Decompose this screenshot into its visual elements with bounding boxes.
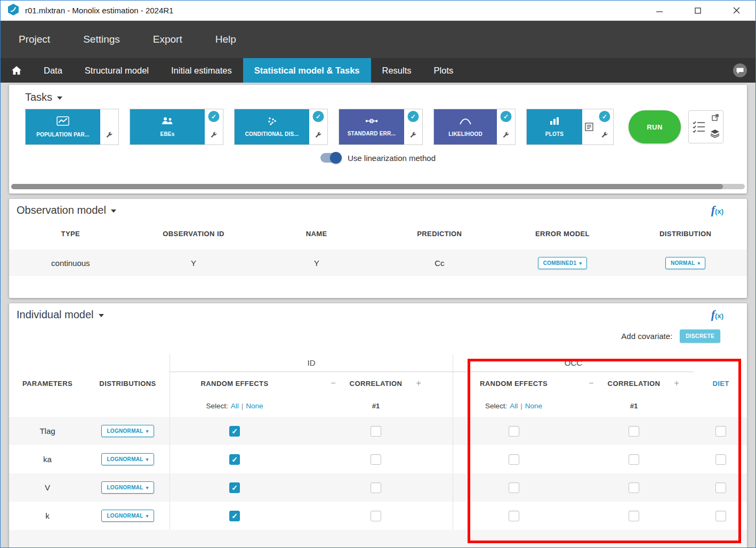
column-header-occ-correlation: − CORRELATION + <box>574 372 694 394</box>
tab-structural-model[interactable]: Structural model <box>74 58 160 83</box>
check-badge[interactable] <box>599 111 610 122</box>
run-button[interactable]: RUN <box>629 110 681 143</box>
checkbox-occ-correlation[interactable] <box>629 482 639 493</box>
add-correlation-button[interactable]: + <box>416 378 421 388</box>
layers-icon[interactable] <box>710 129 720 140</box>
add-discrete-covariate-button[interactable]: DISCRETE <box>680 329 720 343</box>
popout-icon[interactable] <box>712 114 719 123</box>
close-button[interactable] <box>731 5 742 16</box>
task-standard-errors: STANDARD ERR... <box>339 109 423 145</box>
parameter-name: ka <box>9 445 86 473</box>
checkbox-diet[interactable] <box>715 511 726 521</box>
checkbox-occ-correlation[interactable] <box>629 426 639 437</box>
distribution-dropdown[interactable]: LOGNORMAL <box>101 453 154 465</box>
distribution-dropdown[interactable]: LOGNORMAL <box>101 510 154 522</box>
wrench-icon[interactable] <box>502 131 510 141</box>
remove-correlation-button[interactable]: − <box>331 378 335 388</box>
checkbox-id-correlation[interactable] <box>371 454 381 465</box>
ebes-icon <box>161 117 174 127</box>
checkbox-occ-random-effect[interactable] <box>509 426 519 437</box>
ebes-button[interactable]: EBEs <box>130 109 205 144</box>
distribution-dropdown[interactable]: LOGNORMAL <box>101 425 154 437</box>
horizontal-scrollbar[interactable] <box>11 184 745 189</box>
population-parameters-icon <box>57 116 69 128</box>
select-none-link[interactable]: None <box>246 402 263 410</box>
wrench-icon[interactable] <box>106 131 114 141</box>
checkbox-occ-random-effect[interactable] <box>509 454 519 465</box>
checkbox-id-correlation[interactable] <box>371 511 381 521</box>
checkbox-occ-correlation[interactable] <box>629 511 639 521</box>
checkbox-id-correlation[interactable] <box>371 482 381 493</box>
remove-correlation-button[interactable]: − <box>589 378 593 388</box>
individual-model-heading[interactable]: Individual model <box>9 307 111 322</box>
wrench-icon[interactable] <box>210 131 218 141</box>
error-model-dropdown[interactable]: COMBINED1 <box>538 257 588 269</box>
menu-project[interactable]: Project <box>19 34 50 45</box>
tab-plots[interactable]: Plots <box>423 58 465 83</box>
select-all-link[interactable]: All <box>231 402 239 410</box>
check-badge[interactable] <box>313 111 324 122</box>
tab-results[interactable]: Results <box>371 58 423 83</box>
checkbox-id-random-effect[interactable] <box>229 426 240 437</box>
plots-button[interactable]: PLOTS <box>527 109 582 144</box>
task-side-panel <box>582 109 613 144</box>
standard-errors-button[interactable]: STANDARD ERR... <box>339 109 404 144</box>
task-label: STANDARD ERR... <box>348 131 396 136</box>
checkbox-diet[interactable] <box>715 454 726 465</box>
linearization-toggle[interactable] <box>320 153 341 163</box>
scrollbar-thumb[interactable] <box>11 184 723 189</box>
check-badge[interactable] <box>208 111 220 122</box>
individual-model-heading-label: Individual model <box>17 309 94 321</box>
select-all-link[interactable]: All <box>510 402 518 410</box>
menu-export[interactable]: Export <box>153 34 182 45</box>
maximize-button[interactable] <box>693 5 703 16</box>
checkbox-id-random-effect[interactable] <box>229 454 240 465</box>
select-none-link[interactable]: None <box>525 402 542 410</box>
sub-header-row: Select: All | None #1 Select: All | None… <box>9 394 747 417</box>
tasks-heading[interactable]: Tasks <box>17 89 739 104</box>
checkbox-occ-correlation[interactable] <box>629 454 639 465</box>
separator: | <box>520 402 522 410</box>
likelihood-button[interactable]: LIKELIHOOD <box>434 109 497 144</box>
checkbox-id-random-effect[interactable] <box>229 482 240 493</box>
add-covariate-row: Add covariate: DISCRETE <box>9 326 747 345</box>
wrench-icon[interactable] <box>601 131 609 141</box>
check-badge[interactable] <box>501 111 512 122</box>
checkbox-diet[interactable] <box>715 482 726 493</box>
formula-fx-icon[interactable] <box>711 203 723 217</box>
checkbox-occ-random-effect[interactable] <box>509 511 519 521</box>
task-ebes: EBEs <box>130 109 223 145</box>
observation-model-heading[interactable]: Observation model <box>9 202 124 217</box>
checkbox-diet[interactable] <box>715 426 726 437</box>
add-correlation-button[interactable]: + <box>674 378 679 388</box>
observation-type: continuous <box>9 259 132 268</box>
home-button[interactable] <box>1 58 33 83</box>
wrench-icon[interactable] <box>409 131 417 141</box>
conditional-distribution-button[interactable]: CONDITIONAL DIS... <box>235 109 309 144</box>
distribution-dropdown[interactable]: NORMAL <box>665 257 706 269</box>
check-badge[interactable] <box>408 111 419 122</box>
column-header-type: TYPE <box>9 230 132 238</box>
checklist-icon[interactable] <box>692 114 706 140</box>
minimize-button[interactable] <box>654 5 665 16</box>
checkbox-id-correlation[interactable] <box>371 426 381 437</box>
task-side-panel <box>497 109 515 144</box>
application-window: r01.mlxtran - Monolix estimation - 2024R… <box>0 0 756 548</box>
tab-data[interactable]: Data <box>33 58 74 83</box>
occ-select-controls: Select: All | None <box>453 394 574 417</box>
checkbox-id-random-effect[interactable] <box>229 511 240 521</box>
tab-statistical-model-tasks[interactable]: Statistical model & Tasks <box>243 58 371 83</box>
column-header-parameters: PARAMETERS <box>9 372 86 394</box>
formula-fx-icon[interactable] <box>711 308 723 321</box>
checkbox-occ-random-effect[interactable] <box>509 482 519 493</box>
menu-settings[interactable]: Settings <box>83 34 120 45</box>
wrench-icon[interactable] <box>315 131 323 141</box>
tab-initial-estimates[interactable]: Initial estimates <box>160 58 243 83</box>
menu-help[interactable]: Help <box>215 34 236 45</box>
population-parameters-button[interactable]: POPULATION PAR... <box>26 109 100 144</box>
table-row: ka LOGNORMAL <box>9 445 747 473</box>
distribution-dropdown[interactable]: LOGNORMAL <box>101 481 154 494</box>
plots-list-icon[interactable] <box>582 109 596 144</box>
chat-icon[interactable] <box>732 58 748 83</box>
task-plots: PLOTS <box>526 109 614 145</box>
